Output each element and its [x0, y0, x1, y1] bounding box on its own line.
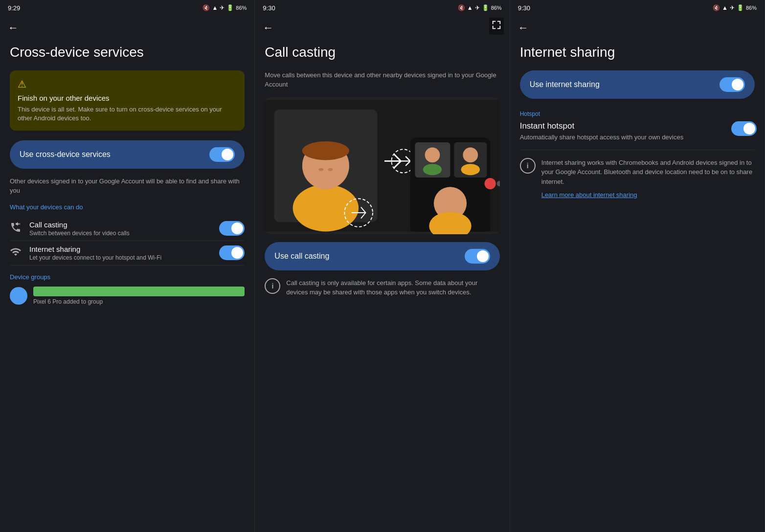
- call-casting-title: Call casting: [29, 221, 215, 229]
- mute-icon-2: 🔇: [458, 4, 465, 11]
- device-dot: [10, 287, 27, 305]
- use-call-casting-label: Use call casting: [274, 252, 329, 261]
- call-casting-info-block: i Call casting is only available for cer…: [265, 278, 499, 297]
- use-internet-sharing-label: Use internet sharing: [530, 80, 600, 89]
- device-groups-section: Device groups Pixel 6 Pro added to group: [10, 273, 245, 305]
- internet-sharing-info-text: Internet sharing works with Chromebooks …: [541, 158, 755, 187]
- info-text-container: Internet sharing works with Chromebooks …: [541, 158, 755, 200]
- cross-device-toggle[interactable]: [209, 147, 235, 162]
- instant-hotspot-info: Instant hotspot Automatically share hots…: [520, 121, 731, 142]
- feature-internet-sharing[interactable]: Internet sharing Let your devices connec…: [10, 241, 245, 266]
- internet-sharing-title: Internet sharing: [29, 245, 215, 253]
- use-call-casting-toggle[interactable]: [465, 249, 490, 264]
- status-icons-1: 🔇 ▲ ✈ 🔋 86%: [202, 4, 247, 11]
- warning-title: Finish on your other devices: [18, 94, 237, 102]
- device-label: Pixel 6 Pro added to group: [33, 298, 245, 305]
- wifi-icon-3: ▲: [722, 4, 728, 11]
- instant-hotspot-toggle[interactable]: [731, 121, 757, 136]
- back-button-3[interactable]: ←: [510, 16, 765, 36]
- status-icons-3: 🔇 ▲ ✈ 🔋 86%: [713, 4, 757, 11]
- panel3-content: Internet sharing Use internet sharing Ho…: [510, 36, 765, 532]
- svg-point-18: [485, 178, 496, 189]
- hotspot-label: Hotspot: [520, 111, 755, 117]
- section-heading: What your devices can do: [10, 203, 245, 211]
- call-casting-desc: Switch between devices for video calls: [29, 230, 215, 237]
- call-casting-info: Call casting Switch between devices for …: [29, 221, 215, 237]
- internet-sharing-toggle[interactable]: [219, 245, 245, 260]
- battery-icon-1: 🔋: [226, 4, 234, 11]
- airplane-icon-1: ✈: [220, 4, 225, 11]
- status-bar-3: 9:30 🔇 ▲ ✈ 🔋 86%: [510, 0, 765, 16]
- device-groups-heading: Device groups: [10, 273, 245, 281]
- wifi-icon-1: ▲: [212, 4, 218, 11]
- internet-sharing-info-block: i Internet sharing works with Chromebook…: [520, 158, 755, 200]
- svg-point-11: [423, 164, 442, 175]
- call-casting-description: Move calls between this device and other…: [265, 70, 499, 89]
- instant-hotspot-desc: Automatically share hotspot access with …: [520, 133, 725, 142]
- wifi-icon-2: ▲: [467, 4, 473, 11]
- panel-call-casting: 9:30 🔇 ▲ ✈ 🔋 86% ← Call casting Move cal…: [255, 0, 510, 532]
- use-internet-sharing-toggle[interactable]: [720, 77, 745, 92]
- learn-more-link[interactable]: Learn more about internet sharing: [541, 191, 637, 199]
- cross-device-toggle-card[interactable]: Use cross-device services: [10, 140, 245, 169]
- svg-point-2: [293, 184, 359, 231]
- warning-card: ⚠ Finish on your other devices This devi…: [10, 70, 245, 131]
- call-casting-toggle-card[interactable]: Use call casting: [265, 242, 499, 270]
- back-button-1[interactable]: ←: [0, 16, 254, 36]
- svg-point-5: [319, 168, 324, 171]
- panel1-content: Cross-device services ⚠ Finish on your o…: [0, 36, 254, 532]
- call-casting-icon: [10, 222, 29, 236]
- info-icon-2: i: [265, 278, 280, 294]
- airplane-icon-2: ✈: [475, 4, 480, 11]
- back-button-2[interactable]: ←: [255, 16, 509, 36]
- battery-icon-2: 🔋: [482, 4, 489, 11]
- device-bar: [33, 287, 245, 296]
- battery-pct-3: 86%: [746, 5, 757, 11]
- mute-icon-3: 🔇: [713, 4, 720, 11]
- device-group-item[interactable]: Pixel 6 Pro added to group: [10, 287, 245, 305]
- info-icon-3: i: [520, 158, 536, 174]
- svg-point-10: [425, 147, 440, 162]
- internet-sharing-info: Internet sharing Let your devices connec…: [29, 245, 215, 261]
- instant-hotspot-row[interactable]: Instant hotspot Automatically share hots…: [520, 121, 755, 150]
- status-icons-2: 🔇 ▲ ✈ 🔋 86%: [458, 4, 502, 11]
- cross-device-info: Other devices signed in to your Google A…: [10, 177, 245, 196]
- panel-cross-device: 9:29 🔇 ▲ ✈ 🔋 86% ← Cross-device services…: [0, 0, 255, 532]
- svg-point-4: [302, 141, 349, 160]
- page-title-3: Internet sharing: [520, 44, 755, 61]
- battery-pct-1: 86%: [236, 5, 247, 11]
- status-bar-1: 9:29 🔇 ▲ ✈ 🔋 86%: [0, 0, 254, 16]
- internet-sharing-toggle-card[interactable]: Use internet sharing: [520, 70, 755, 99]
- battery-pct-2: 86%: [491, 5, 502, 11]
- svg-point-14: [461, 164, 480, 175]
- warning-text: This device is all set. Make sure to tur…: [18, 105, 237, 123]
- status-time-3: 9:30: [518, 4, 530, 12]
- cross-device-toggle-label: Use cross-device services: [20, 150, 111, 159]
- internet-sharing-desc: Let your devices connect to your hotspot…: [29, 254, 215, 261]
- panel-internet-sharing: 9:30 🔇 ▲ ✈ 🔋 86% ← Internet sharing Use …: [510, 0, 765, 532]
- call-casting-toggle[interactable]: [219, 221, 245, 236]
- battery-icon-3: 🔋: [737, 4, 744, 11]
- panel2-content: Call casting Move calls between this dev…: [255, 36, 509, 532]
- svg-point-6: [328, 168, 333, 171]
- svg-point-13: [463, 147, 478, 162]
- status-bar-2: 9:30 🔇 ▲ ✈ 🔋 86%: [255, 0, 509, 16]
- page-title-2: Call casting: [265, 44, 499, 61]
- status-time-2: 9:30: [263, 4, 275, 12]
- expand-icon[interactable]: [489, 18, 504, 35]
- airplane-icon-3: ✈: [730, 4, 735, 11]
- mute-icon-1: 🔇: [202, 4, 210, 11]
- instant-hotspot-title: Instant hotspot: [520, 121, 725, 131]
- feature-call-casting[interactable]: Call casting Switch between devices for …: [10, 217, 245, 241]
- call-casting-info-text: Call casting is only available for certa…: [286, 278, 499, 297]
- warning-icon: ⚠: [18, 78, 237, 90]
- page-title-1: Cross-device services: [10, 44, 245, 61]
- call-illustration: [265, 97, 499, 234]
- internet-sharing-icon: [10, 246, 29, 260]
- status-time-1: 9:29: [8, 4, 20, 12]
